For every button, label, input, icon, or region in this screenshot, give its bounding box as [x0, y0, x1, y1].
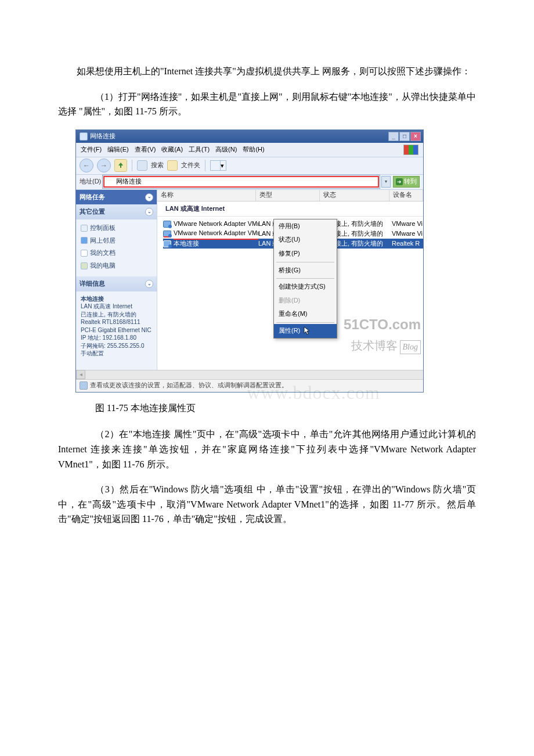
- context-menu: 停用(B) 状态(U) 修复(P) 桥接(G) 创建快捷方式(S) 删除(D) …: [273, 219, 337, 339]
- step-2-paragraph: （2）在"本地连接 属性"页中，在"高级"选项卡中，单击"允许其他网络用户通过此…: [58, 427, 476, 471]
- minimize-button[interactable]: _: [388, 132, 399, 141]
- menu-adv[interactable]: 高级(N): [215, 145, 237, 155]
- menu-bar: 文件(F) 编辑(E) 查看(V) 收藏(A) 工具(T) 高级(N) 帮助(H…: [76, 143, 423, 157]
- step-1-paragraph: （1）打开"网络连接"，如果主机是"直接上网"，则用鼠标右键"本地连接"，从弹出…: [58, 89, 476, 119]
- collapse-icon[interactable]: ⌄: [145, 208, 153, 216]
- folders-icon[interactable]: [167, 160, 178, 171]
- go-label: 转到: [404, 177, 417, 187]
- cursor-icon: [304, 326, 311, 336]
- address-field[interactable]: 网络连接: [103, 176, 379, 188]
- menu-help[interactable]: 帮助(H): [243, 145, 264, 155]
- menu-view[interactable]: 查看(V): [135, 145, 156, 155]
- go-arrow-icon: ➜: [396, 178, 403, 185]
- other-places-list: 控制面板 网上邻居 我的文档 我的电脑: [76, 219, 157, 276]
- window-icon: [80, 132, 88, 141]
- views-button[interactable]: [210, 160, 221, 171]
- ctx-bridge[interactable]: 桥接(G): [274, 264, 337, 278]
- ctx-disable[interactable]: 停用(B): [274, 219, 337, 233]
- search-icon[interactable]: [137, 160, 147, 171]
- scroll-left-icon[interactable]: ◂: [76, 370, 85, 379]
- nav-toolbar: ← → 搜索 文件夹 ▾: [76, 157, 423, 175]
- status-bar: 查看或更改该连接的设置，如适配器、协议、或调制解调器配置设置。: [76, 379, 423, 392]
- list-header: 名称 类型 状态 设备名: [157, 190, 423, 201]
- ctx-rename[interactable]: 重命名(M): [274, 307, 337, 321]
- ctx-properties[interactable]: 属性(R): [274, 324, 337, 338]
- ctx-shortcut[interactable]: 创建快捷方式(S): [274, 280, 337, 294]
- maximize-button[interactable]: □: [399, 132, 410, 141]
- ctx-delete: 删除(D): [274, 294, 337, 308]
- toolbar-folders-label[interactable]: 文件夹: [181, 160, 200, 171]
- sidebar-item-control-panel[interactable]: 控制面板: [81, 222, 153, 235]
- col-name[interactable]: 名称: [157, 190, 256, 201]
- status-text: 查看或更改该连接的设置，如适配器、协议、或调制解调器配置设置。: [90, 380, 288, 391]
- connection-icon: [163, 221, 171, 228]
- throbber-icon: [403, 145, 418, 155]
- window: 网络连接 _ □ × 文件(F) 编辑(E) 查看(V) 收藏(A) 工具(T)…: [75, 129, 424, 393]
- collapse-icon[interactable]: ⌄: [145, 280, 153, 288]
- toolbar-search-label[interactable]: 搜索: [151, 160, 164, 171]
- ctx-repair[interactable]: 修复(P): [274, 247, 337, 261]
- window-title: 网络连接: [90, 131, 116, 142]
- network-tasks-header[interactable]: 网络任务 ⌄: [76, 190, 157, 205]
- back-button[interactable]: ←: [80, 159, 93, 172]
- list-pane: 名称 类型 状态 设备名 LAN 或高速 Internet VMware Net…: [157, 190, 423, 370]
- menu-tools[interactable]: 工具(T): [189, 145, 210, 155]
- up-button[interactable]: [114, 159, 127, 172]
- group-label: LAN 或高速 Internet: [157, 201, 423, 217]
- figure-caption: 图 11-75 本地连接属性页: [58, 401, 476, 416]
- window-controls: _ □ ×: [388, 132, 421, 141]
- intro-paragraph: 如果想使用主机上的"Internet 连接共享"为虚拟机提供共享上 网服务，则可…: [58, 64, 476, 79]
- connection-icon: [163, 240, 171, 247]
- details-header[interactable]: 详细信息 ⌄: [76, 276, 157, 291]
- menu-edit[interactable]: 编辑(E): [107, 145, 129, 155]
- connection-icon: [163, 231, 171, 237]
- sidebar-item-my-documents[interactable]: 我的文档: [81, 247, 153, 260]
- menu-file[interactable]: 文件(F): [81, 145, 102, 155]
- close-button[interactable]: ×: [410, 132, 421, 141]
- collapse-icon[interactable]: ⌄: [145, 193, 153, 201]
- address-label: 地址(D): [80, 177, 101, 187]
- go-button[interactable]: ➜ 转到: [393, 176, 420, 188]
- other-places-header[interactable]: 其它位置 ⌄: [76, 204, 157, 219]
- address-dropdown[interactable]: ▾: [381, 176, 391, 188]
- details-panel: 本地连接 LAN 或高速 Internet 已连接上, 有防火墙的 Realte…: [76, 291, 157, 363]
- forward-button[interactable]: →: [97, 159, 111, 172]
- address-row: 地址(D) 网络连接 ▾ ➜ 转到: [76, 175, 423, 190]
- views-dropdown[interactable]: ▾: [221, 160, 226, 171]
- col-status[interactable]: 状态: [320, 190, 389, 201]
- address-value: 网络连接: [116, 177, 142, 187]
- horizontal-scrollbar[interactable]: ◂: [76, 370, 423, 379]
- address-icon: [107, 178, 114, 185]
- menu-fav[interactable]: 收藏(A): [161, 145, 183, 155]
- status-icon: [80, 381, 88, 390]
- step-3-paragraph: （3）然后在"Windows 防火墙"选项组 中，单击"设置"按钮，在弹出的"W…: [58, 482, 476, 527]
- sidebar-item-my-computer[interactable]: 我的电脑: [81, 260, 153, 272]
- ctx-status[interactable]: 状态(U): [274, 233, 337, 247]
- figure-11-75: 网络连接 _ □ × 文件(F) 编辑(E) 查看(V) 收藏(A) 工具(T)…: [75, 129, 424, 393]
- title-bar: 网络连接 _ □ ×: [76, 130, 423, 143]
- col-type[interactable]: 类型: [256, 190, 320, 201]
- sidebar-item-network-places[interactable]: 网上邻居: [81, 235, 153, 247]
- task-pane: 网络任务 ⌄ 其它位置 ⌄ 控制面板 网上邻居 我的文档: [76, 190, 157, 370]
- col-device[interactable]: 设备名: [389, 190, 423, 201]
